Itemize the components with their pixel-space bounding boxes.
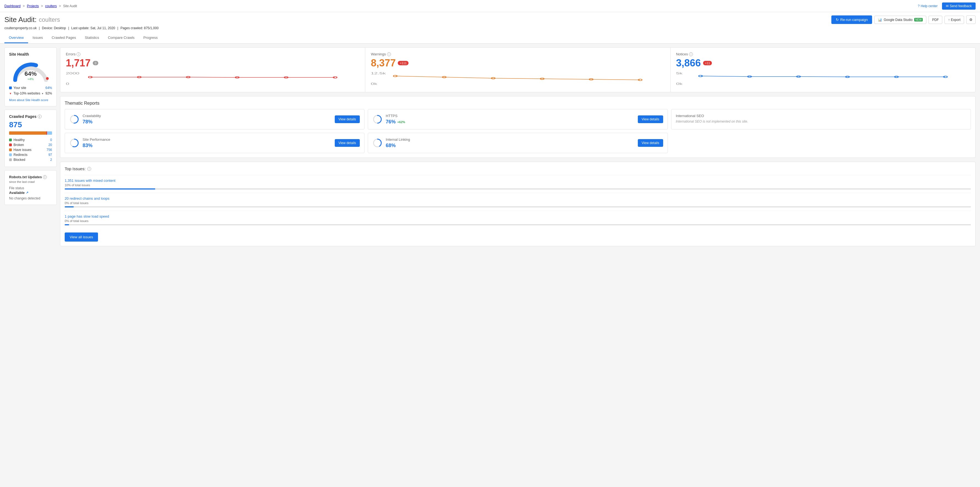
warnings-label: Warnings i [371, 52, 665, 56]
site-health-title: Site Health [9, 52, 52, 56]
notices-chart-svg: 5k 0k [676, 71, 970, 86]
help-icon: ? [918, 4, 920, 8]
warnings-chart: 12.5k 0k [371, 71, 665, 88]
pdf-button[interactable]: PDF [929, 16, 942, 24]
notices-info-icon: i [689, 52, 693, 56]
top-issues-info-icon: i [87, 167, 91, 171]
issue-slow-load-link[interactable]: 1 page has slow load speed [65, 214, 109, 219]
robots-file-status-label: File status [9, 186, 52, 190]
crawlability-view-button[interactable]: View details [335, 115, 360, 123]
thematic-internal-linking: Internal Linking 68% View details [368, 133, 668, 153]
tab-compare-crawls[interactable]: Compare Crawls [103, 33, 139, 43]
svg-text:0k: 0k [676, 82, 683, 86]
issue-mixed-content-sub: 10% of total issues [65, 184, 971, 187]
breadcrumb-projects[interactable]: Projects [27, 4, 39, 8]
issue-redirect-chains-bar [65, 206, 971, 208]
thematic-reports-section: Thematic Reports Crawlability 78% [60, 96, 975, 158]
legend-redirects: Redirects 97 [9, 152, 52, 157]
thematic-site-performance: Site Performance 83% View details [65, 133, 364, 153]
crawled-count: 875 [9, 120, 52, 129]
export-icon: ↑ [948, 18, 950, 22]
top10-arrow-icon: ▼ [9, 92, 12, 95]
view-all-issues-button[interactable]: View all issues [65, 233, 98, 241]
top-right-links: ? Help center ✉ Send feedback [918, 3, 975, 10]
internal-linking-view-button[interactable]: View details [638, 139, 663, 147]
crawled-progress-bar [9, 131, 52, 135]
dot-have-issues [9, 148, 12, 151]
errors-badge: 0 [93, 61, 98, 65]
thematic-reports-title: Thematic Reports [65, 101, 971, 106]
issue-redirect-chains-link[interactable]: 20 redirect chains and loops [65, 196, 110, 201]
feedback-icon: ✉ [946, 4, 949, 8]
svg-text:0k: 0k [371, 82, 377, 86]
header-section: Site Audit: coulters ↻ Re-run campaign 📊… [0, 12, 980, 43]
notices-value: 3,866 +11 [676, 57, 970, 69]
errors-value: 1,717 0 [66, 57, 360, 69]
legend-top10: ▼ Top-10% websites ▾ 92% [9, 91, 52, 96]
header-actions: ↻ Re-run campaign 📊 Google Data Studio N… [831, 16, 976, 24]
pages-crawled-label: Pages crawled: 875/1,000 [120, 26, 159, 30]
metric-errors: Errors i 1,717 0 2000 0 [60, 48, 365, 92]
legend-blocked: Blocked 2 [9, 157, 52, 162]
warnings-info-icon: i [387, 52, 391, 56]
settings-button[interactable]: ⚙ [966, 16, 975, 24]
breadcrumb: Dashboard > Projects > coulters > Site A… [5, 4, 77, 8]
https-progress-circle [372, 114, 382, 124]
internal-linking-progress-circle [372, 138, 382, 148]
top-issues-title: Top Issues: i [65, 166, 971, 171]
feedback-button[interactable]: ✉ Send feedback [942, 3, 975, 10]
site-health-card: Site Health 64% +4% [5, 47, 57, 106]
crawled-pages-info-icon: i [38, 115, 41, 118]
help-link[interactable]: ? Help center [918, 4, 938, 8]
crawlability-progress-circle [69, 114, 79, 124]
robots-status: Available ↗ [9, 191, 52, 195]
issue-mixed-content-link[interactable]: 1,351 issues with mixed content [65, 179, 115, 183]
gauge-text: 64% +4% [24, 70, 37, 81]
issue-slow-load-bar [65, 224, 971, 225]
tab-crawled-pages[interactable]: Crawled Pages [47, 33, 80, 43]
tab-statistics[interactable]: Statistics [80, 33, 103, 43]
site-performance-view-button[interactable]: View details [335, 139, 360, 147]
legend-broken: Broken 20 [9, 142, 52, 147]
breadcrumb-coulters[interactable]: coulters [45, 4, 57, 8]
top-bar: Dashboard > Projects > coulters > Site A… [0, 0, 980, 12]
svg-text:5k: 5k [676, 72, 683, 75]
rerun-button[interactable]: ↻ Re-run campaign [831, 16, 872, 24]
breadcrumb-dashboard[interactable]: Dashboard [5, 4, 21, 8]
top10-chevron-icon: ▾ [42, 92, 43, 95]
thematic-grid: Crawlability 78% View details [65, 109, 971, 153]
issue-redirect-chains: 20 redirect chains and loops 0% of total… [65, 193, 971, 211]
settings-icon: ⚙ [969, 18, 972, 22]
tabs: Overview Issues Crawled Pages Statistics… [5, 33, 975, 43]
header-row: Site Audit: coulters ↻ Re-run campaign 📊… [5, 16, 975, 24]
device-label: Device: Desktop [42, 26, 66, 30]
gauge-container: 64% +4% [9, 60, 52, 82]
crawled-pages-title: Crawled Pages i [9, 114, 52, 119]
gds-badge: NEW [914, 18, 923, 21]
svg-text:2000: 2000 [66, 72, 79, 75]
dot-broken [9, 144, 12, 146]
tab-progress[interactable]: Progress [139, 33, 162, 43]
robots-info-icon: i [43, 175, 47, 179]
svg-text:0: 0 [66, 82, 69, 86]
gds-button[interactable]: 📊 Google Data Studio NEW [874, 16, 926, 24]
tab-issues[interactable]: Issues [28, 33, 47, 43]
export-button[interactable]: ↑ Export [945, 16, 964, 24]
issue-redirect-chains-sub: 0% of total issues [65, 201, 971, 204]
https-view-button[interactable]: View details [638, 115, 663, 123]
thematic-empty-slot [671, 133, 971, 153]
crawled-pages-card: Crawled Pages i 875 Healthy 0 [5, 110, 57, 167]
last-update-label: Last update: Sat, Jul 11, 2020 [71, 26, 115, 30]
legend-have-issues: Have issues 756 [9, 147, 52, 152]
warnings-chart-svg: 12.5k 0k [371, 71, 665, 86]
gauge-change: +4% [24, 77, 37, 81]
metrics-row: Errors i 1,717 0 2000 0 [60, 47, 975, 92]
tab-overview[interactable]: Overview [5, 33, 28, 43]
more-about-health-link[interactable]: More about Site Health score [9, 98, 52, 102]
warnings-value: 8,377 +111 [371, 57, 665, 69]
pb-have-issues [9, 131, 46, 135]
dot-healthy [9, 139, 12, 141]
metric-notices: Notices i 3,866 +11 5k 0k [671, 48, 975, 92]
pages-legend: Healthy 0 Broken 20 Have issues [9, 137, 52, 162]
right-content: Errors i 1,717 0 2000 0 [60, 47, 975, 487]
